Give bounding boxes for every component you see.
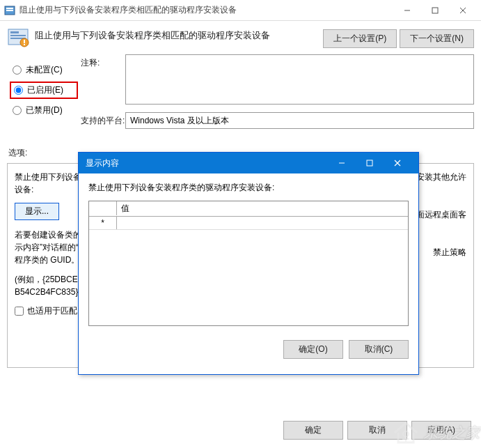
radio-enabled-input[interactable]: [14, 86, 23, 95]
show-content-dialog: 显示内容 禁止使用下列设备安装程序类的驱动程序安装设备: 值 * 确定(O) 取…: [78, 152, 419, 375]
annotation-textarea[interactable]: [125, 54, 474, 105]
apply-button[interactable]: 应用(A): [411, 421, 471, 440]
dialog-minimize-button[interactable]: [328, 153, 356, 173]
radio-enabled-label: 已启用(E): [27, 84, 63, 96]
radio-disabled-input[interactable]: [13, 106, 22, 115]
radio-not-configured[interactable]: 未配置(C): [10, 63, 78, 77]
page-heading: 阻止使用与下列设备安装程序类相匹配的驱动程序安装设备: [35, 26, 317, 42]
show-button[interactable]: 显示...: [15, 203, 59, 220]
grid-row-value[interactable]: [117, 217, 408, 229]
maximize-button[interactable]: [421, 1, 449, 20]
radio-group: 未配置(C) 已启用(E) 已禁用(D): [7, 54, 81, 134]
grid-header-value: 值: [117, 201, 408, 216]
grid-header-blank: [89, 201, 117, 215]
platform-label: 支持的平台:: [81, 112, 125, 127]
radio-disabled-label: 已禁用(D): [26, 105, 63, 116]
main-footer: 确定 取消 应用(A): [283, 421, 471, 440]
value-grid[interactable]: 值 *: [88, 201, 409, 326]
svg-rect-1: [6, 8, 13, 9]
previous-setting-button[interactable]: 上一个设置(P): [323, 29, 397, 48]
dialog-titlebar[interactable]: 显示内容: [79, 153, 418, 173]
ok-button[interactable]: 确定: [283, 421, 343, 440]
minimize-button[interactable]: [393, 1, 421, 20]
grid-header: 值: [89, 201, 408, 217]
grid-row[interactable]: *: [89, 217, 408, 230]
svg-rect-13: [24, 44, 25, 45]
heading-icon: [7, 26, 29, 49]
cancel-button[interactable]: 取消: [347, 421, 407, 440]
dialog-description: 禁止使用下列设备安装程序类的驱动程序安装设备:: [88, 182, 409, 194]
dialog-close-button[interactable]: [384, 153, 411, 173]
svg-rect-4: [432, 8, 438, 13]
svg-rect-9: [10, 35, 26, 36]
apply-existing-checkbox[interactable]: [15, 307, 24, 316]
grid-row-marker: *: [89, 217, 117, 229]
radio-disabled[interactable]: 已禁用(D): [10, 103, 78, 118]
close-button[interactable]: [449, 1, 477, 20]
platform-input: [125, 112, 474, 129]
main-titlebar: 阻止使用与下列设备安装程序类相匹配的驱动程序安装设备: [0, 0, 481, 21]
dialog-title: 显示内容: [86, 157, 328, 169]
dialog-maximize-button[interactable]: [356, 153, 384, 173]
annotation-label: 注释:: [81, 54, 125, 69]
dialog-ok-button[interactable]: 确定(O): [283, 340, 343, 359]
svg-rect-15: [367, 160, 372, 166]
svg-rect-12: [24, 40, 25, 43]
dialog-cancel-button[interactable]: 取消(C): [349, 340, 409, 359]
next-setting-button[interactable]: 下一个设置(N): [400, 29, 474, 48]
policy-icon: [4, 5, 15, 16]
window-title: 阻止使用与下列设备安装程序类相匹配的驱动程序安装设备: [19, 4, 393, 16]
svg-rect-2: [6, 10, 13, 11]
radio-not-configured-label: 未配置(C): [26, 64, 63, 76]
radio-enabled[interactable]: 已启用(E): [10, 82, 78, 99]
svg-rect-8: [10, 31, 19, 33]
radio-not-configured-input[interactable]: [13, 65, 22, 75]
